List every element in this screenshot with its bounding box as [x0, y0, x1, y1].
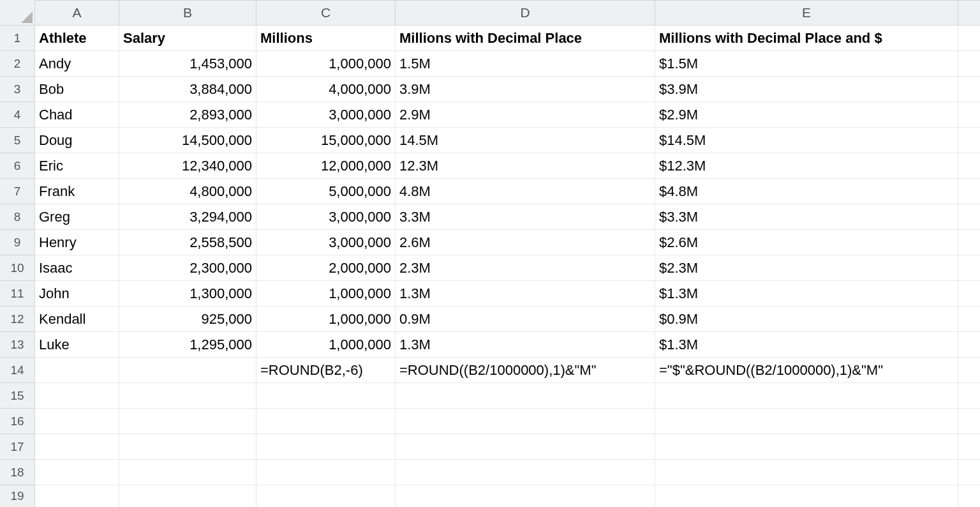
cell-D4[interactable]: 2.9M	[396, 102, 655, 128]
cell-extra-5[interactable]	[958, 128, 980, 153]
cell-B2[interactable]: 1,453,000	[119, 51, 256, 77]
row-header-2[interactable]: 2	[0, 51, 35, 77]
cell-C10[interactable]: 2,000,000	[256, 255, 396, 281]
cell-A11[interactable]: John	[35, 281, 119, 306]
cell-A5[interactable]: Doug	[35, 128, 119, 153]
cell-extra-9[interactable]	[958, 230, 980, 255]
row-header-13[interactable]: 13	[0, 332, 35, 358]
cell-C1[interactable]: Millions	[256, 26, 396, 51]
cell-A4[interactable]: Chad	[35, 102, 119, 128]
row-header-3[interactable]: 3	[0, 77, 35, 102]
cell-A3[interactable]: Bob	[35, 77, 119, 102]
cell-E5[interactable]: $14.5M	[655, 128, 958, 153]
cell-E11[interactable]: $1.3M	[655, 281, 958, 306]
cell-B5[interactable]: 14,500,000	[119, 128, 256, 153]
cell-C13[interactable]: 1,000,000	[256, 332, 396, 358]
cell-B10[interactable]: 2,300,000	[119, 255, 256, 281]
cell-B12[interactable]: 925,000	[119, 306, 256, 332]
cell-extra-13[interactable]	[958, 332, 980, 358]
column-header-B[interactable]: B	[119, 0, 256, 26]
cell-B1[interactable]: Salary	[119, 26, 256, 51]
row-header-5[interactable]: 5	[0, 128, 35, 153]
cell-D18[interactable]	[396, 460, 655, 485]
cell-B7[interactable]: 4,800,000	[119, 179, 256, 204]
cell-B13[interactable]: 1,295,000	[119, 332, 256, 358]
row-header-11[interactable]: 11	[0, 281, 35, 306]
cell-C12[interactable]: 1,000,000	[256, 306, 396, 332]
cell-B6[interactable]: 12,340,000	[119, 153, 256, 179]
cell-A6[interactable]: Eric	[35, 153, 119, 179]
cell-extra-8[interactable]	[958, 204, 980, 230]
cell-D1[interactable]: Millions with Decimal Place	[396, 26, 655, 51]
cell-E3[interactable]: $3.9M	[655, 77, 958, 102]
cell-D7[interactable]: 4.8M	[396, 179, 655, 204]
cell-B14[interactable]	[119, 358, 256, 383]
cell-C19[interactable]	[256, 485, 396, 507]
row-header-19[interactable]: 19	[0, 485, 35, 507]
row-header-8[interactable]: 8	[0, 204, 35, 230]
cell-C6[interactable]: 12,000,000	[256, 153, 396, 179]
cell-D3[interactable]: 3.9M	[396, 77, 655, 102]
cell-C5[interactable]: 15,000,000	[256, 128, 396, 153]
cell-extra-3[interactable]	[958, 77, 980, 102]
row-header-6[interactable]: 6	[0, 153, 35, 179]
column-header-D[interactable]: D	[396, 0, 655, 26]
cell-E9[interactable]: $2.6M	[655, 230, 958, 255]
row-header-12[interactable]: 12	[0, 306, 35, 332]
cell-C18[interactable]	[256, 460, 396, 485]
cell-extra-6[interactable]	[958, 153, 980, 179]
cell-A18[interactable]	[35, 460, 119, 485]
cell-A13[interactable]: Luke	[35, 332, 119, 358]
cell-E10[interactable]: $2.3M	[655, 255, 958, 281]
cell-extra-19[interactable]	[958, 485, 980, 507]
cell-B17[interactable]	[119, 434, 256, 460]
cell-B19[interactable]	[119, 485, 256, 507]
cell-D12[interactable]: 0.9M	[396, 306, 655, 332]
cell-E7[interactable]: $4.8M	[655, 179, 958, 204]
cell-C15[interactable]	[256, 383, 396, 409]
cell-A17[interactable]	[35, 434, 119, 460]
cell-D2[interactable]: 1.5M	[396, 51, 655, 77]
cell-D16[interactable]	[396, 409, 655, 434]
cell-C17[interactable]	[256, 434, 396, 460]
cell-A19[interactable]	[35, 485, 119, 507]
cell-C11[interactable]: 1,000,000	[256, 281, 396, 306]
row-header-10[interactable]: 10	[0, 255, 35, 281]
cell-C2[interactable]: 1,000,000	[256, 51, 396, 77]
cell-C7[interactable]: 5,000,000	[256, 179, 396, 204]
column-header-E[interactable]: E	[655, 0, 958, 26]
cell-extra-18[interactable]	[958, 460, 980, 485]
cell-A12[interactable]: Kendall	[35, 306, 119, 332]
cell-A14[interactable]	[35, 358, 119, 383]
cell-extra-14[interactable]	[958, 358, 980, 383]
row-header-7[interactable]: 7	[0, 179, 35, 204]
cell-A16[interactable]	[35, 409, 119, 434]
cell-extra-15[interactable]	[958, 383, 980, 409]
cell-extra-16[interactable]	[958, 409, 980, 434]
cell-extra-1[interactable]	[958, 26, 980, 51]
cell-D14[interactable]: =ROUND((B2/1000000),1)&"M"	[396, 358, 655, 383]
cell-C14[interactable]: =ROUND(B2,-6)	[256, 358, 396, 383]
cell-E4[interactable]: $2.9M	[655, 102, 958, 128]
cell-E2[interactable]: $1.5M	[655, 51, 958, 77]
cell-B11[interactable]: 1,300,000	[119, 281, 256, 306]
cell-B8[interactable]: 3,294,000	[119, 204, 256, 230]
cell-A9[interactable]: Henry	[35, 230, 119, 255]
cell-D15[interactable]	[396, 383, 655, 409]
cell-E6[interactable]: $12.3M	[655, 153, 958, 179]
cell-A2[interactable]: Andy	[35, 51, 119, 77]
cell-C9[interactable]: 3,000,000	[256, 230, 396, 255]
cell-E8[interactable]: $3.3M	[655, 204, 958, 230]
cell-B3[interactable]: 3,884,000	[119, 77, 256, 102]
cell-E19[interactable]	[655, 485, 958, 507]
cell-B16[interactable]	[119, 409, 256, 434]
cell-C8[interactable]: 3,000,000	[256, 204, 396, 230]
cell-E16[interactable]	[655, 409, 958, 434]
row-header-15[interactable]: 15	[0, 383, 35, 409]
cell-extra-12[interactable]	[958, 306, 980, 332]
select-all-corner[interactable]	[0, 0, 35, 26]
cell-C4[interactable]: 3,000,000	[256, 102, 396, 128]
cell-B9[interactable]: 2,558,500	[119, 230, 256, 255]
row-header-1[interactable]: 1	[0, 26, 35, 51]
cell-D6[interactable]: 12.3M	[396, 153, 655, 179]
